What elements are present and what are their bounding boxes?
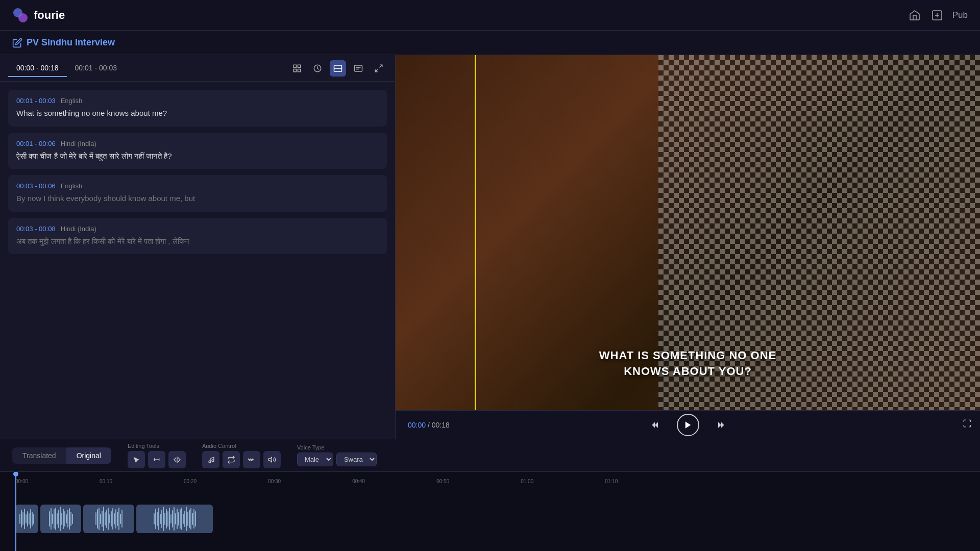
wave-tool-button[interactable] <box>243 451 260 468</box>
subtitle-text-4: अब तक मुझे लगता है कि हर किसी को मेरे बा… <box>16 236 379 247</box>
subtitle-lang-1: English <box>61 97 83 105</box>
home-icon[interactable] <box>908 8 922 22</box>
subtitle-time-2: 00:01 - 00:06 <box>16 140 56 147</box>
ruler-mark-5: 00:50 <box>436 479 449 484</box>
subtitle-meta-4: 00:03 - 00:08 Hindi (India) <box>16 225 379 233</box>
svg-point-1 <box>18 13 28 22</box>
panel-view-icon[interactable] <box>330 60 346 77</box>
voice-name-select[interactable]: Swara <box>336 453 377 466</box>
svg-rect-6 <box>298 65 301 67</box>
subtitle-time-4: 00:03 - 00:08 <box>16 225 56 233</box>
tab-segment-1[interactable]: 00:00 - 00:18 <box>8 60 67 77</box>
svg-marker-15 <box>685 421 691 429</box>
subtitle-time-3: 00:03 - 00:06 <box>16 182 56 190</box>
voice-type-group: Voice Type Male Swara <box>297 444 377 466</box>
svg-point-21 <box>212 460 214 462</box>
svg-rect-5 <box>293 65 296 67</box>
video-area: WHAT IS SOMETHING NO ONE KNOWS ABOUT YOU… <box>396 55 980 410</box>
add-icon[interactable] <box>930 8 944 22</box>
rewind-button[interactable] <box>646 416 665 434</box>
subtitle-block-3[interactable]: 00:03 - 00:06 English By now I think eve… <box>8 175 387 212</box>
editing-tools <box>128 451 186 468</box>
topnav: fourie Pub <box>0 0 980 31</box>
original-view-button[interactable]: Original <box>66 447 111 464</box>
ruler-mark-3: 00:30 <box>268 479 281 484</box>
audio-control-label: Audio Control <box>202 443 281 449</box>
video-controls: 00:00 / 00:18 <box>396 410 980 439</box>
project-title-text: PV Sindhu Interview <box>27 37 115 48</box>
select-tool-button[interactable] <box>128 451 145 468</box>
svg-rect-12 <box>355 65 362 71</box>
audio-clip-3[interactable] <box>83 505 134 533</box>
voice-type-selects: Male Swara <box>297 453 377 466</box>
app-name: fourie <box>34 9 65 22</box>
translated-view-button[interactable]: Translated <box>12 447 66 464</box>
subtitle-meta-3: 00:03 - 00:06 English <box>16 182 379 190</box>
project-title-area: PV Sindhu Interview <box>12 37 115 48</box>
svg-rect-8 <box>298 69 301 71</box>
subtitle-text-2: ऐसी क्या चीज है जो मेरे बारे में बहुत सा… <box>16 151 379 162</box>
timeline-playhead[interactable] <box>15 472 16 551</box>
audio-clip-1[interactable] <box>15 505 38 533</box>
subtitle-block-4[interactable]: 00:03 - 00:08 Hindi (India) अब तक मुझे ल… <box>8 218 387 255</box>
clock-view-icon[interactable] <box>309 60 326 77</box>
audio-tools <box>202 451 281 468</box>
loop-tool-button[interactable] <box>223 451 240 468</box>
bottom-section: Translated Original Editing Tools <box>0 439 980 551</box>
toolbar-icons <box>289 60 387 77</box>
view-toggle: Translated Original <box>12 447 111 464</box>
ruler-mark-2: 00:20 <box>184 479 197 484</box>
ruler-mark-4: 00:40 <box>352 479 365 484</box>
audio-clip-2[interactable] <box>40 505 81 533</box>
ruler-mark-0: 00:00 <box>15 479 28 484</box>
subtitle-text-1: What is something no one knows about me? <box>16 108 379 119</box>
subtitle-block-2[interactable]: 00:01 - 00:06 Hindi (India) ऐसी क्या चीज… <box>8 133 387 169</box>
timeline-tracks <box>0 486 980 551</box>
trim-tool-button[interactable] <box>148 451 165 468</box>
music-tool-button[interactable] <box>202 451 219 468</box>
volume-tool-button[interactable] <box>263 451 281 468</box>
edit-icon <box>12 38 22 48</box>
play-button[interactable] <box>677 414 699 436</box>
video-time-display: 00:00 / 00:18 <box>408 421 450 429</box>
voice-type-label: Voice Type <box>297 444 377 450</box>
fast-forward-button[interactable] <box>712 416 730 434</box>
audio-control-group: Audio Control <box>202 443 281 468</box>
subtitle-text-3: By now I think everybody should know abo… <box>16 193 379 205</box>
ruler-mark-7: 01:10 <box>605 479 618 484</box>
subtitle-lang-4: Hindi (India) <box>61 225 96 233</box>
subtitle-meta-2: 00:01 - 00:06 Hindi (India) <box>16 140 379 147</box>
ruler-mark-1: 00:10 <box>100 479 112 484</box>
svg-rect-7 <box>293 69 296 71</box>
svg-marker-22 <box>268 457 272 462</box>
left-panel: 00:00 - 00:18 00:01 - 00:03 <box>0 55 396 439</box>
topnav-right: Pub <box>908 8 968 22</box>
list-view-icon[interactable] <box>289 60 305 77</box>
editing-tools-label: Editing Tools <box>128 443 186 449</box>
timeline-area: 00:00 00:10 00:20 00:30 00:40 00:50 01:0… <box>0 472 980 551</box>
audio-clip-4[interactable] <box>136 505 213 533</box>
bottom-toolbar: Translated Original Editing Tools <box>0 439 980 472</box>
logo-area: fourie <box>12 7 65 23</box>
caption-view-icon[interactable] <box>350 60 366 77</box>
subtitle-lang-2: Hindi (India) <box>61 140 96 147</box>
video-caption: WHAT IS SOMETHING NO ONE KNOWS ABOUT YOU… <box>396 348 980 380</box>
tab-segment-2[interactable]: 00:01 - 00:03 <box>67 60 126 77</box>
timeline-ruler: 00:00 00:10 00:20 00:30 00:40 00:50 01:0… <box>0 472 980 486</box>
caption-line-2: KNOWS ABOUT YOU? <box>396 364 980 380</box>
fourie-logo-icon <box>12 7 29 23</box>
publish-button[interactable]: Pub <box>952 10 968 20</box>
tabs-left: 00:00 - 00:18 00:01 - 00:03 <box>8 60 125 77</box>
current-time: 00:00 <box>408 421 426 429</box>
main-content: 00:00 - 00:18 00:01 - 00:03 <box>0 55 980 439</box>
video-frame: WHAT IS SOMETHING NO ONE KNOWS ABOUT YOU… <box>396 55 980 410</box>
split-tool-button[interactable] <box>168 451 186 468</box>
right-panel: WHAT IS SOMETHING NO ONE KNOWS ABOUT YOU… <box>396 55 980 439</box>
caption-line-1: WHAT IS SOMETHING NO ONE <box>396 348 980 364</box>
subtitle-meta-1: 00:01 - 00:03 English <box>16 97 379 105</box>
subtitle-block-1[interactable]: 00:01 - 00:03 English What is something … <box>8 90 387 127</box>
expand-view-icon[interactable] <box>371 60 387 77</box>
editing-tools-group: Editing Tools <box>128 443 186 468</box>
voice-gender-select[interactable]: Male <box>297 453 333 466</box>
fullscreen-button[interactable] <box>963 419 972 431</box>
